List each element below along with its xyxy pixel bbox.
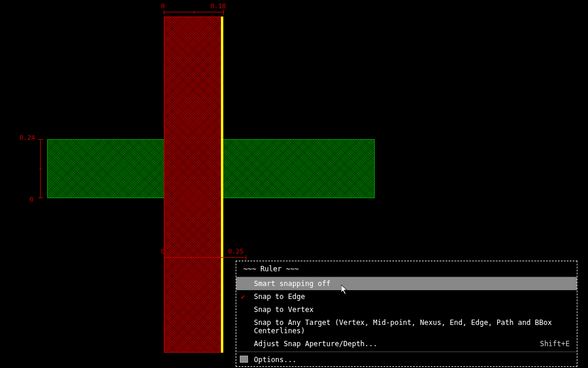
options-icon: [240, 356, 248, 363]
ruler-left-line: [40, 139, 45, 198]
menu-item-snap-to-any[interactable]: Snap to Any Target (Vertex, Mid-point, N…: [236, 316, 577, 337]
ruler-context-menu: ~~~ Ruler ~~~ Smart snapping off ✔ Snap …: [236, 261, 577, 367]
menu-item-label: Options...: [254, 356, 296, 364]
menu-item-label: Snap to Edge: [254, 293, 305, 301]
menu-item-label: Snap to Vertex: [254, 305, 313, 314]
menu-item-snap-to-edge[interactable]: ✔ Snap to Edge: [236, 290, 577, 303]
menu-item-label: Adjust Snap Aperture/Depth...: [254, 340, 378, 348]
ruler-top-line: [164, 12, 224, 17]
menu-item-label: Snap to Any Target (Vertex, Mid-point, N…: [254, 318, 570, 335]
menu-item-smart-snapping-off[interactable]: Smart snapping off: [236, 277, 577, 290]
menu-item-adjust-aperture[interactable]: Adjust Snap Aperture/Depth... Shift+E: [236, 337, 577, 350]
check-icon: ✔: [241, 293, 245, 301]
ruler-bottom-start: 0: [161, 248, 165, 255]
ruler-left-start: 0: [29, 196, 34, 203]
ruler-top-start: 0: [161, 2, 165, 10]
red-shape[interactable]: [164, 17, 223, 353]
menu-shortcut: Shift+E: [540, 340, 570, 348]
menu-separator: [236, 351, 577, 352]
ruler-bottom-line: [164, 257, 246, 262]
menu-header: ~~~ Ruler ~~~: [236, 261, 577, 277]
ruler-bottom-end: 0.25: [228, 248, 244, 255]
ruler-left-end: 0.24: [19, 134, 35, 142]
menu-item-label: Smart snapping off: [254, 280, 331, 288]
selected-edge-highlight: [221, 17, 223, 353]
ruler-top-end: 0.18: [210, 2, 226, 10]
menu-item-options[interactable]: Options...: [236, 353, 577, 366]
menu-item-snap-to-vertex[interactable]: Snap to Vertex: [236, 303, 577, 316]
